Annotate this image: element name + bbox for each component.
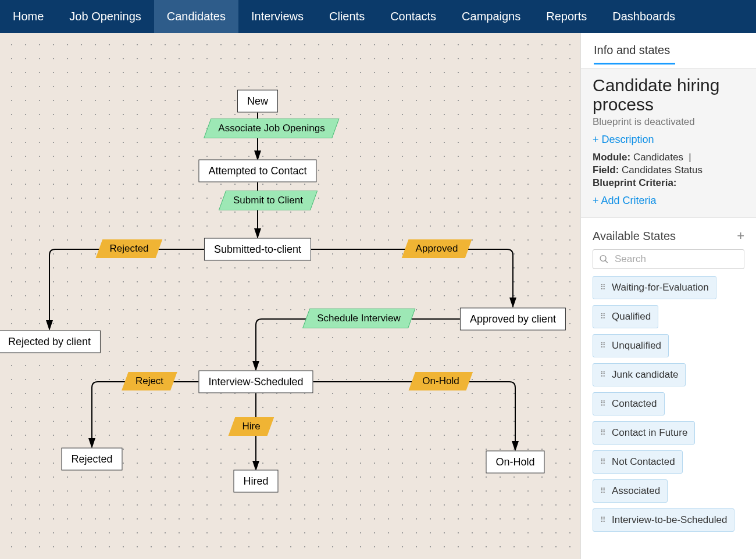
drag-icon: ⠿ [600,431,606,435]
top-nav: Home Job Openings Candidates Interviews … [0,0,756,33]
transition-on-hold[interactable]: On-Hold [409,372,473,390]
available-states-title: Available States [593,230,676,243]
transition-approved[interactable]: Approved [402,239,472,258]
state-chip[interactable]: ⠿Contact in Future [593,421,695,445]
search-icon [599,254,609,264]
state-hired[interactable]: Hired [233,470,278,493]
state-attempted-to-contact[interactable]: Attempted to Contact [198,160,316,182]
field-label: Field: [593,164,619,175]
nav-interviews[interactable]: Interviews [238,0,316,33]
module-row: Module: Candidates | [593,152,744,163]
state-search-box[interactable] [593,249,744,269]
add-description-link[interactable]: + Description [593,134,654,146]
module-label: Module: [593,152,630,163]
drag-icon: ⠿ [600,373,606,377]
drag-icon: ⠿ [600,518,606,522]
nav-reports[interactable]: Reports [533,0,600,33]
state-chip[interactable]: ⠿Waiting-for-Evaluation [593,276,716,299]
nav-candidates[interactable]: Candidates [154,0,238,33]
state-approved-by-client[interactable]: Approved by client [460,308,566,331]
drag-icon: ⠿ [600,460,606,464]
tab-underline [594,63,675,64]
flow-connectors [0,33,580,559]
state-chip[interactable]: ⠿Associated [593,479,668,503]
criteria-label: Blueprint Criteria: [593,177,677,188]
transition-reject[interactable]: Reject [122,372,177,390]
add-state-icon[interactable]: + [737,228,744,243]
drag-icon: ⠿ [600,286,606,289]
nav-home[interactable]: Home [0,0,56,33]
state-search-input[interactable] [615,253,738,265]
blueprint-status: Blueprint is deactivated [593,116,744,128]
state-chip[interactable]: ⠿Interview-to-be-Scheduled [593,508,734,532]
criteria-row: Blueprint Criteria: [593,177,744,189]
transition-submit-to-client[interactable]: Submit to Client [219,191,318,210]
sidebar-tab-info[interactable]: Info and states [581,33,756,63]
drag-icon: ⠿ [600,344,606,347]
nav-job-openings[interactable]: Job Openings [56,0,154,33]
state-rejected-by-client[interactable]: Rejected by client [0,331,101,353]
svg-point-3 [600,256,606,261]
blueprint-title: Candidate hiring process [593,76,744,114]
available-states-list: ⠿Waiting-for-Evaluation ⠿Qualified ⠿Unqu… [581,276,756,532]
state-on-hold[interactable]: On-Hold [486,451,544,474]
state-chip[interactable]: ⠿Contacted [593,392,665,415]
state-chip[interactable]: ⠿Junk candidate [593,363,686,386]
svg-line-4 [605,260,608,263]
transition-associate-job-openings[interactable]: Associate Job Openings [204,119,340,138]
state-new[interactable]: New [237,90,278,113]
drag-icon: ⠿ [600,402,606,406]
drag-icon: ⠿ [600,489,606,493]
sidebar: Info and states Candidate hiring process… [580,33,756,559]
state-rejected[interactable]: Rejected [61,448,122,471]
transition-schedule-interview[interactable]: Schedule Interview [302,309,415,328]
blueprint-info-section: Candidate hiring process Blueprint is de… [581,68,756,218]
blueprint-canvas[interactable]: New Attempted to Contact Submitted-to-cl… [0,33,580,559]
available-states-header: Available States + [581,218,756,249]
nav-dashboards[interactable]: Dashboards [600,0,688,33]
nav-contacts[interactable]: Contacts [377,0,449,33]
state-interview-scheduled[interactable]: Interview-Scheduled [198,371,313,393]
drag-icon: ⠿ [600,315,606,318]
transition-rejected[interactable]: Rejected [96,239,163,258]
field-row: Field: Candidates Status [593,164,744,176]
nav-campaigns[interactable]: Campaigns [449,0,533,33]
module-value: Candidates [633,152,683,163]
add-criteria-link[interactable]: + Add Criteria [593,195,744,207]
transition-hire[interactable]: Hire [229,417,274,436]
nav-clients[interactable]: Clients [316,0,377,33]
state-submitted-to-client[interactable]: Submitted-to-client [204,238,311,261]
state-chip[interactable]: ⠿Unqualified [593,334,669,357]
field-value: Candidates Status [622,164,702,175]
state-chip[interactable]: ⠿Not Contacted [593,450,683,474]
state-chip[interactable]: ⠿Qualified [593,305,658,328]
